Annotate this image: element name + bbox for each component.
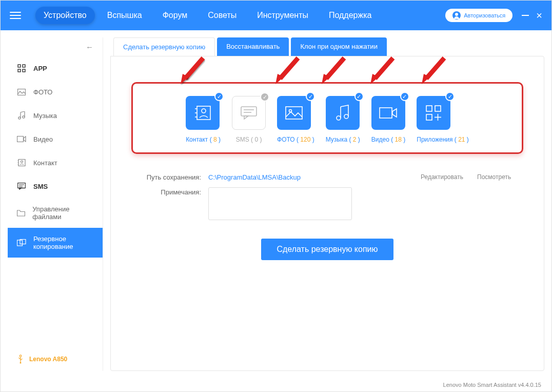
backup-button[interactable]: Сделать резервную копию <box>261 239 393 260</box>
nav-tips[interactable]: Советы <box>200 7 245 24</box>
body: ← APP ФОТО Музыка Видео Контакт SMS Упра… <box>1 30 551 378</box>
photo-card-icon: ✓ <box>277 96 311 130</box>
sms-icon <box>17 182 26 191</box>
svg-rect-47 <box>426 114 432 120</box>
top-nav: Устройство Вспышка Форум Советы Инструме… <box>35 7 380 24</box>
tab-backup[interactable]: Сделать резервную копию <box>113 37 215 56</box>
svg-point-21 <box>19 355 22 357</box>
path-label: Путь сохранения: <box>131 172 208 181</box>
card-label: Контакт ( 8 ) <box>186 136 221 143</box>
device-name: Lenovo A850 <box>29 356 67 363</box>
svg-rect-15 <box>18 183 26 188</box>
annotation-arrow <box>272 55 303 86</box>
card-photo[interactable]: ✓ ФОТО ( 120 ) <box>277 96 314 143</box>
svg-marker-9 <box>24 136 26 142</box>
close-icon[interactable]: × <box>536 12 542 19</box>
sidebar-item-files[interactable]: Управление файлами <box>8 198 103 228</box>
view-button[interactable]: Посмотреть <box>477 172 523 181</box>
nav-tools[interactable]: Инструменты <box>249 7 317 24</box>
contact-icon <box>17 158 26 167</box>
svg-rect-34 <box>241 107 257 116</box>
video-icon <box>17 134 26 144</box>
sidebar-label: SMS <box>33 183 48 190</box>
sidebar-item-contact[interactable]: Контакт <box>8 151 103 174</box>
sms-card-icon: ✓ <box>232 96 266 130</box>
annotation-arrow <box>319 55 349 86</box>
minimize-icon[interactable] <box>522 15 529 16</box>
svg-point-30 <box>202 109 206 113</box>
sidebar-item-photo[interactable]: ФОТО <box>8 80 103 104</box>
svg-point-11 <box>21 161 23 163</box>
card-sms[interactable]: ✓ SMS ( 0 ) <box>232 96 266 143</box>
card-contact[interactable]: ✓ Контакт ( 8 ) <box>186 96 221 143</box>
tabs: Сделать резервную копию Восстанавливать … <box>110 37 544 56</box>
edit-button[interactable]: Редактировать <box>421 172 477 181</box>
window-controls: × <box>522 12 542 19</box>
backup-icon <box>17 238 26 247</box>
sidebar-label: APP <box>33 65 47 72</box>
device-indicator[interactable]: Lenovo A850 <box>8 347 103 371</box>
notes-input[interactable] <box>208 187 352 220</box>
svg-rect-1 <box>23 65 25 67</box>
sidebar-label: ФОТО <box>33 88 52 96</box>
nav-forum[interactable]: Форум <box>154 7 196 24</box>
svg-rect-46 <box>435 106 441 111</box>
music-card-icon: ✓ <box>326 96 360 130</box>
header: Устройство Вспышка Форум Советы Инструме… <box>1 1 551 30</box>
tab-clone[interactable]: Клон при одном нажатии <box>291 37 386 56</box>
card-label: Приложения ( 21 ) <box>417 136 469 143</box>
path-value: C:\ProgramData\LMSA\Backup <box>208 172 421 181</box>
menu-icon[interactable] <box>10 10 21 21</box>
music-icon <box>17 111 26 120</box>
svg-marker-35 <box>244 116 248 119</box>
backup-cards: ✓ Контакт ( 8 ) ✓ SMS ( 0 ) ✓ ФОТО ( 120… <box>131 82 523 154</box>
apps-card-icon: ✓ <box>417 96 450 130</box>
contact-card-icon: ✓ <box>186 96 220 130</box>
sidebar-label: Видео <box>33 135 53 143</box>
nav-support[interactable]: Поддержка <box>321 7 380 24</box>
auth-button[interactable]: Авторизоваться <box>445 9 512 22</box>
notes-label: Примечания: <box>131 187 208 196</box>
svg-point-41 <box>344 114 348 119</box>
sidebar: ← APP ФОТО Музыка Видео Контакт SMS Упра… <box>8 37 103 371</box>
content: ✓ Контакт ( 8 ) ✓ SMS ( 0 ) ✓ ФОТО ( 120… <box>110 56 544 371</box>
header-right: Авторизоваться × <box>445 9 542 22</box>
sidebar-item-video[interactable]: Видео <box>8 127 103 151</box>
svg-rect-38 <box>286 107 302 119</box>
check-icon: ✓ <box>445 92 455 101</box>
sidebar-item-music[interactable]: Музыка <box>8 104 103 127</box>
card-music[interactable]: ✓ Музыка ( 2 ) <box>326 96 360 143</box>
card-label: ФОТО ( 120 ) <box>277 136 314 143</box>
annotation-arrow <box>178 55 208 86</box>
usb-icon <box>17 355 24 364</box>
grid-icon <box>17 64 26 73</box>
video-card-icon: ✓ <box>371 96 405 130</box>
check-icon: ✓ <box>260 92 269 102</box>
card-apps[interactable]: ✓ Приложения ( 21 ) <box>417 96 469 143</box>
user-icon <box>452 11 461 19</box>
check-icon: ✓ <box>306 92 315 101</box>
sidebar-item-sms[interactable]: SMS <box>8 174 103 198</box>
sidebar-label: Резервное копирование <box>33 235 93 250</box>
svg-marker-44 <box>392 109 397 117</box>
folder-icon <box>17 208 25 218</box>
svg-rect-3 <box>23 69 25 72</box>
sidebar-label: Управление файлами <box>32 205 93 221</box>
svg-point-40 <box>337 116 341 120</box>
svg-marker-16 <box>19 188 22 189</box>
svg-rect-8 <box>17 136 24 142</box>
annotation-arrow <box>367 55 398 86</box>
check-icon: ✓ <box>214 92 224 101</box>
card-video[interactable]: ✓ Видео ( 18 ) <box>371 96 405 143</box>
main: Сделать резервную копию Восстанавливать … <box>110 37 544 371</box>
annotation-arrow <box>419 55 449 86</box>
back-icon[interactable]: ← <box>8 41 103 56</box>
sidebar-item-app[interactable]: APP <box>8 56 103 80</box>
nav-flash[interactable]: Вспышка <box>99 7 150 24</box>
nav-device[interactable]: Устройство <box>35 7 95 24</box>
tab-restore[interactable]: Восстанавливать <box>217 37 289 56</box>
card-label: SMS ( 0 ) <box>232 136 266 143</box>
auth-label: Авторизоваться <box>464 12 505 18</box>
sidebar-item-backup[interactable]: Резервное копирование <box>8 228 103 258</box>
svg-rect-45 <box>426 106 432 111</box>
